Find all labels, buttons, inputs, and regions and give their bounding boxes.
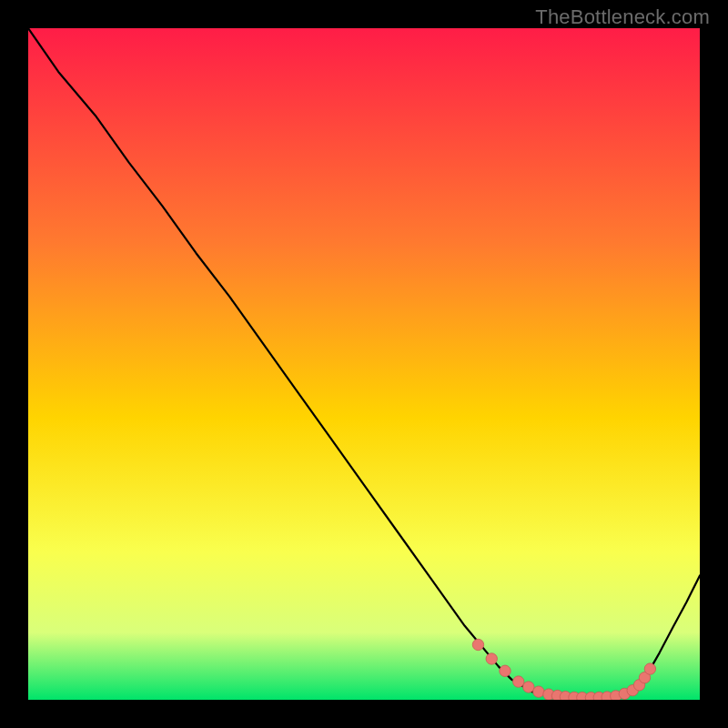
plot-area [28, 28, 700, 700]
highlight-marker [486, 653, 497, 664]
highlight-marker [500, 665, 511, 676]
highlight-marker [513, 676, 524, 687]
highlight-marker [644, 663, 655, 674]
gradient-background [28, 28, 700, 700]
chart-canvas [28, 28, 700, 700]
highlight-marker [523, 682, 534, 693]
chart-stage: TheBottleneck.com [0, 0, 728, 728]
watermark-text: TheBottleneck.com [535, 5, 710, 29]
highlight-marker [533, 686, 544, 697]
highlight-marker [472, 639, 483, 650]
